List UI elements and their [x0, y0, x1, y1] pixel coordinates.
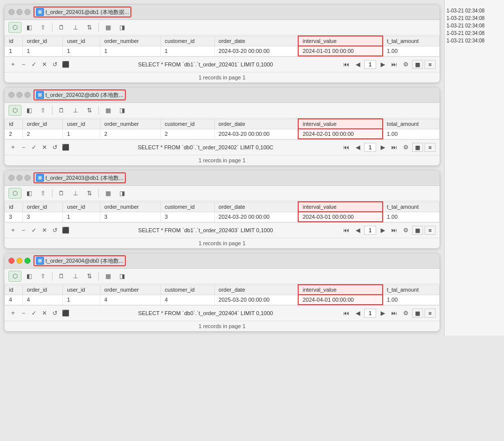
page-number-input[interactable]: [364, 143, 376, 152]
col-header-customer_id[interactable]: customer_id: [160, 36, 214, 46]
col-header-order_date[interactable]: order_date: [214, 119, 298, 129]
grid-view-button[interactable]: ▦: [412, 143, 423, 152]
add-record-button[interactable]: +: [8, 225, 17, 236]
next-page-button[interactable]: ▶: [378, 226, 388, 235]
maximize-button[interactable]: [24, 258, 30, 264]
new-row-button[interactable]: 🗒: [55, 188, 68, 199]
col-header-order_id[interactable]: order_id: [22, 36, 62, 46]
add-record-button[interactable]: +: [8, 59, 17, 70]
filter-button[interactable]: ⊥: [69, 271, 82, 282]
window-control-button[interactable]: [24, 175, 30, 181]
col-header-id[interactable]: id: [5, 285, 23, 295]
export-button[interactable]: ⇧: [36, 188, 49, 199]
next-page-button[interactable]: ▶: [378, 143, 388, 152]
stop-button[interactable]: ⬛: [61, 225, 70, 236]
page-number-input[interactable]: [364, 226, 376, 235]
table-view-button[interactable]: ▦: [101, 105, 114, 116]
stop-button[interactable]: ⬛: [61, 142, 70, 153]
extra-button[interactable]: ◨: [115, 105, 128, 116]
extra-button[interactable]: ◨: [115, 188, 128, 199]
duplicate-button[interactable]: ◧: [22, 271, 35, 282]
list-view-button[interactable]: ≡: [425, 143, 436, 152]
col-header-user_id[interactable]: user_id: [63, 202, 100, 212]
prev-page-button[interactable]: ◀: [353, 143, 363, 152]
list-view-button[interactable]: ≡: [425, 60, 436, 69]
list-view-button[interactable]: ≡: [425, 226, 436, 235]
page-number-input[interactable]: [364, 60, 376, 69]
stop-button[interactable]: ⬛: [61, 59, 70, 70]
save-button[interactable]: ⬡: [8, 22, 21, 33]
col-header-interval_value[interactable]: interval_value: [298, 119, 383, 129]
col-header-order_id[interactable]: order_id: [22, 285, 62, 295]
remove-record-button[interactable]: −: [19, 142, 28, 153]
confirm-button[interactable]: ✓: [29, 225, 38, 236]
cancel-edit-button[interactable]: ✕: [40, 142, 49, 153]
export-button[interactable]: ⇧: [36, 271, 49, 282]
duplicate-button[interactable]: ◧: [22, 105, 35, 116]
sort-button[interactable]: ⇅: [83, 22, 96, 33]
refresh-button[interactable]: ↺: [50, 59, 59, 70]
cancel-edit-button[interactable]: ✕: [40, 308, 49, 319]
col-header-order_id[interactable]: order_id: [22, 202, 62, 212]
sort-button[interactable]: ⇅: [83, 271, 96, 282]
export-button[interactable]: ⇧: [36, 22, 49, 33]
extra-button[interactable]: ◨: [115, 22, 128, 33]
first-page-button[interactable]: ⏮: [341, 60, 351, 69]
table-row[interactable]: 111112024-03-20 00:00:002024-01-01 00:00…: [5, 46, 440, 56]
col-header-order_number[interactable]: order_number: [100, 285, 160, 295]
cancel-edit-button[interactable]: ✕: [40, 59, 49, 70]
prev-page-button[interactable]: ◀: [353, 60, 363, 69]
col-header-order_id[interactable]: order_id: [22, 119, 62, 129]
col-header-customer_id[interactable]: customer_id: [160, 285, 214, 295]
last-page-button[interactable]: ⏭: [389, 226, 399, 235]
col-header-order_number[interactable]: order_number: [100, 119, 160, 129]
last-page-button[interactable]: ⏭: [389, 143, 399, 152]
remove-record-button[interactable]: −: [19, 59, 28, 70]
grid-view-button[interactable]: ▦: [412, 309, 423, 318]
table-row[interactable]: 441442025-03-20 00:00:002024-04-01 00:00…: [5, 295, 440, 305]
table-row[interactable]: 331332024-03-20 00:00:002024-03-01 00:00…: [5, 212, 440, 222]
first-page-button[interactable]: ⏮: [341, 309, 351, 318]
col-header-id[interactable]: id: [5, 36, 23, 46]
filter-button[interactable]: ⊥: [69, 105, 82, 116]
col-header-interval_value[interactable]: interval_value: [298, 285, 383, 295]
prev-page-button[interactable]: ◀: [353, 309, 363, 318]
add-record-button[interactable]: +: [8, 142, 17, 153]
col-header-customer_id[interactable]: customer_id: [160, 119, 214, 129]
window-control-button[interactable]: [16, 175, 22, 181]
filter-button[interactable]: ⊥: [69, 22, 82, 33]
col-header-t_tal_amount[interactable]: t_tal_amount: [383, 285, 440, 295]
remove-record-button[interactable]: −: [19, 308, 28, 319]
col-header-total_amount[interactable]: total_amount: [383, 119, 440, 129]
new-row-button[interactable]: 🗒: [55, 22, 68, 33]
refresh-button[interactable]: ↺: [50, 142, 59, 153]
save-button[interactable]: ⬡: [8, 105, 21, 116]
settings-button[interactable]: ⚙: [401, 143, 411, 152]
minimize-button[interactable]: [16, 258, 22, 264]
list-view-button[interactable]: ≡: [425, 309, 436, 318]
stop-button[interactable]: ⬛: [61, 308, 70, 319]
col-header-id[interactable]: id: [5, 119, 23, 129]
col-header-user_id[interactable]: user_id: [63, 285, 100, 295]
window-control-button[interactable]: [8, 92, 14, 98]
window-control-button[interactable]: [24, 9, 30, 15]
page-number-input[interactable]: [364, 309, 376, 318]
col-header-customer_id[interactable]: customer_id: [160, 202, 214, 212]
settings-button[interactable]: ⚙: [401, 60, 411, 69]
first-page-button[interactable]: ⏮: [341, 143, 351, 152]
col-header-id[interactable]: id: [5, 202, 23, 212]
col-header-t_tal_amount[interactable]: t_tal_amount: [383, 202, 440, 212]
last-page-button[interactable]: ⏭: [389, 60, 399, 69]
new-row-button[interactable]: 🗒: [55, 271, 68, 282]
col-header-interval_value[interactable]: interval_value: [298, 202, 383, 212]
cancel-edit-button[interactable]: ✕: [40, 225, 49, 236]
col-header-order_date[interactable]: order_date: [214, 285, 298, 295]
window-control-button[interactable]: [8, 175, 14, 181]
confirm-button[interactable]: ✓: [29, 308, 38, 319]
col-header-order_number[interactable]: order_number: [100, 202, 160, 212]
extra-button[interactable]: ◨: [115, 271, 128, 282]
new-row-button[interactable]: 🗒: [55, 105, 68, 116]
confirm-button[interactable]: ✓: [29, 142, 38, 153]
window-control-button[interactable]: [16, 92, 22, 98]
next-page-button[interactable]: ▶: [378, 309, 388, 318]
